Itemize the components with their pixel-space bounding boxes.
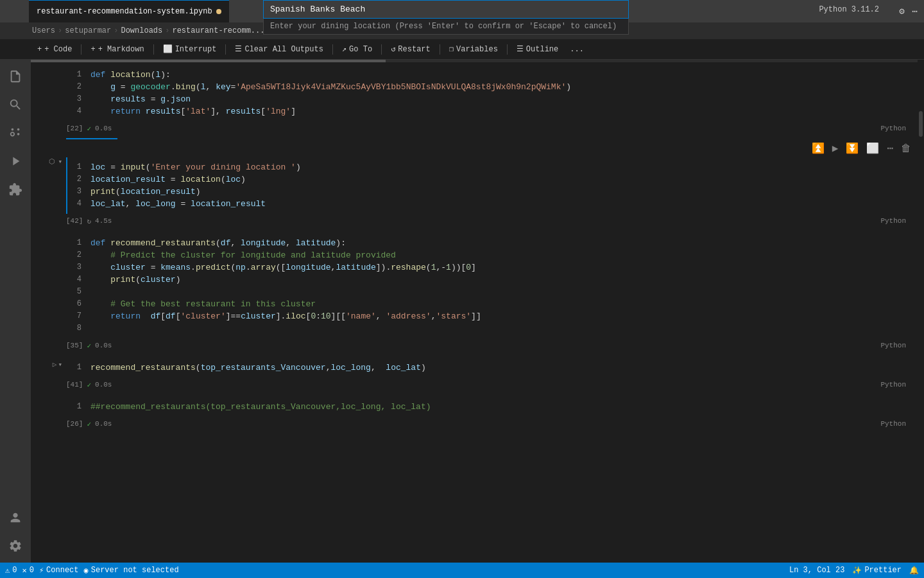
code-line: 3 print(location_result) <box>67 186 918 198</box>
plus-code-icon: + <box>37 45 42 54</box>
cell-4-arrow[interactable]: ▾ <box>58 360 62 369</box>
plus-md-icon: + <box>90 45 95 54</box>
code-line: 1 loc = input('Enter your dining locatio… <box>67 161 918 173</box>
toolbar-sep-4 <box>332 44 333 55</box>
more-icon[interactable]: ⋯ <box>912 6 918 17</box>
add-code-button[interactable]: + + Code <box>32 43 77 56</box>
status-errors[interactable]: ✕ 0 <box>22 566 33 575</box>
cell-4-body[interactable]: 1 recommend_restaurants(top_restaurants_… <box>66 358 918 378</box>
cell-5-code: 1 ##recommend_restaurants(top_restaurant… <box>67 399 918 414</box>
goto-icon: ↗ <box>342 44 346 54</box>
cell-3-footer: [35] ✓ 0.0s Python <box>31 338 918 353</box>
location-input[interactable] <box>263 0 629 19</box>
title-bar: restaurant-recommendation-system.ipynb E… <box>0 0 924 22</box>
interrupt-button[interactable]: ⬜ Interrupt <box>158 42 222 56</box>
clear-icon: ☰ <box>235 44 242 54</box>
status-position[interactable]: Ln 3, Col 23 <box>789 566 844 575</box>
cell-4-code: 1 recommend_restaurants(top_restaurants_… <box>67 360 918 375</box>
interrupt-icon: ⬜ <box>163 44 173 54</box>
cell-5-footer: [26] ✓ 0.0s Python <box>31 417 918 431</box>
cell-2-code: 1 loc = input('Enter your dining locatio… <box>67 160 918 211</box>
error-icon: ✕ <box>22 566 26 575</box>
code-line: 2 location_result = location(loc) <box>67 173 918 186</box>
scroll-progress <box>31 60 918 62</box>
status-server[interactable]: ◉ Server not selected <box>84 566 179 575</box>
cell-3-body[interactable]: 1 def recommend_restaurants(df, longitud… <box>66 233 918 338</box>
more-button[interactable]: ... <box>565 43 589 56</box>
run-above-icon[interactable]: ⏫ <box>809 141 827 156</box>
goto-button[interactable]: ↗ Go To <box>337 42 377 56</box>
toolbar-sep-1 <box>81 44 81 55</box>
restart-button[interactable]: ↺ Restart <box>386 42 436 56</box>
activity-icon-search[interactable] <box>4 93 27 116</box>
cell-5: 1 ##recommend_restaurants(top_restaurant… <box>31 397 918 431</box>
server-icon: ◉ <box>84 566 89 575</box>
activity-icon-settings[interactable] <box>4 534 27 557</box>
breadcrumb-file[interactable]: restaurant-recomm... <box>172 26 264 35</box>
cell-3-code: 1 def recommend_restaurants(df, longitud… <box>67 236 918 336</box>
activity-icon-extensions[interactable] <box>4 178 27 201</box>
activity-icon-run-debug[interactable] <box>4 150 27 173</box>
python-version: Python 3.11.2 <box>819 5 879 14</box>
status-connect[interactable]: ⚡ Connect <box>39 566 79 575</box>
outline-button[interactable]: ☰ Outline <box>511 42 563 56</box>
breadcrumb-users[interactable]: Users <box>32 26 55 35</box>
run-below-icon[interactable]: ⏬ <box>843 141 861 156</box>
status-prettier[interactable]: ✨ Prettier <box>852 566 902 575</box>
cell-4-run-icon[interactable]: ▷ <box>53 360 57 369</box>
activity-icon-account[interactable] <box>4 506 27 529</box>
code-line: 3 results = g.json <box>67 93 918 105</box>
prettier-icon: ✨ <box>852 566 862 575</box>
cell-5-gutter <box>31 397 66 401</box>
notebook-area: 1 def location(l): 2 g = geocoder.bing(l… <box>31 60 918 563</box>
code-line: 2 g = geocoder.bing(l, key='ApeSa5WT18Ji… <box>67 81 918 93</box>
code-line: 1 def recommend_restaurants(df, longitud… <box>67 237 918 249</box>
restart-icon: ↺ <box>391 44 395 54</box>
clear-outputs-button[interactable]: ☰ Clear All Outputs <box>230 42 328 56</box>
cell-2-body[interactable]: 1 loc = input('Enter your dining locatio… <box>66 157 918 214</box>
code-line: 5 <box>67 286 918 298</box>
breadcrumb-downloads[interactable]: Downloads <box>121 26 162 35</box>
cell-2-collapse[interactable]: ⬡ <box>49 157 55 166</box>
outline-icon: ☰ <box>517 44 524 54</box>
toolbar-sep-3 <box>225 44 226 55</box>
cell-2-refresh-icon: ↻ <box>87 217 91 225</box>
more-cell-icon[interactable]: ⋯ <box>884 141 896 156</box>
cell-4-footer: [41] ✓ 0.0s Python <box>31 378 918 392</box>
cell-1-body[interactable]: 1 def location(l): 2 g = geocoder.bing(l… <box>66 65 918 121</box>
cell-1-footer: [22] ✓ 0.0s Python <box>31 121 918 136</box>
add-markdown-button[interactable]: + + Markdown <box>85 43 149 56</box>
scrollbar-thumb[interactable] <box>919 111 923 137</box>
settings-icon[interactable]: ⚙ <box>899 6 904 17</box>
code-line: 6 # Get the best restaurant in this clus… <box>67 298 918 310</box>
cell-3: 1 def recommend_restaurants(df, longitud… <box>31 233 918 353</box>
breadcrumb-setuparmar[interactable]: setuparmar <box>65 26 111 35</box>
cell-1-code: 1 def location(l): 2 g = geocoder.bing(l… <box>67 67 918 119</box>
tab[interactable]: restaurant-recommendation-system.ipynb <box>29 0 229 22</box>
code-line: 2 # Predict the cluster for longitude an… <box>67 249 918 261</box>
split-icon[interactable]: ⬜ <box>864 141 882 156</box>
code-line: 1 recommend_restaurants(top_restaurants_… <box>67 362 918 374</box>
activity-icon-explorer[interactable] <box>4 65 27 88</box>
cell-1: 1 def location(l): 2 g = geocoder.bing(l… <box>31 65 918 136</box>
status-warnings[interactable]: ⚠ 0 <box>5 566 17 575</box>
status-right: Ln 3, Col 23 ✨ Prettier 🔔 <box>789 566 919 575</box>
delete-cell-icon[interactable]: 🗑 <box>898 141 914 156</box>
cell-5-body[interactable]: 1 ##recommend_restaurants(top_restaurant… <box>66 397 918 417</box>
code-line: 8 <box>67 322 918 335</box>
toolbar: + + Code + + Markdown ⬜ Interrupt ☰ Clea… <box>0 39 924 60</box>
run-icon[interactable]: ▶ <box>830 141 841 156</box>
vertical-scrollbar[interactable] <box>918 60 924 563</box>
cell-2: ⬡ ▾ ⏫ ▶ ⏬ ⬜ ⋯ <box>31 138 918 228</box>
variables-button[interactable]: ❐ Variables <box>444 42 503 56</box>
input-hint: Enter your dining location (Press 'Enter… <box>263 19 629 35</box>
cell-2-arrow[interactable]: ▾ <box>58 157 62 166</box>
code-line: 3 cluster = kmeans.predict(np.array([lon… <box>67 261 918 274</box>
code-line: 1 ##recommend_restaurants(top_restaurant… <box>67 401 918 413</box>
code-line: 1 def location(l): <box>67 69 918 81</box>
status-bell[interactable]: 🔔 <box>909 566 919 575</box>
connect-icon: ⚡ <box>39 566 44 575</box>
toolbar-sep-2 <box>153 44 154 55</box>
bell-icon: 🔔 <box>909 566 919 575</box>
activity-icon-source-control[interactable] <box>4 121 27 144</box>
